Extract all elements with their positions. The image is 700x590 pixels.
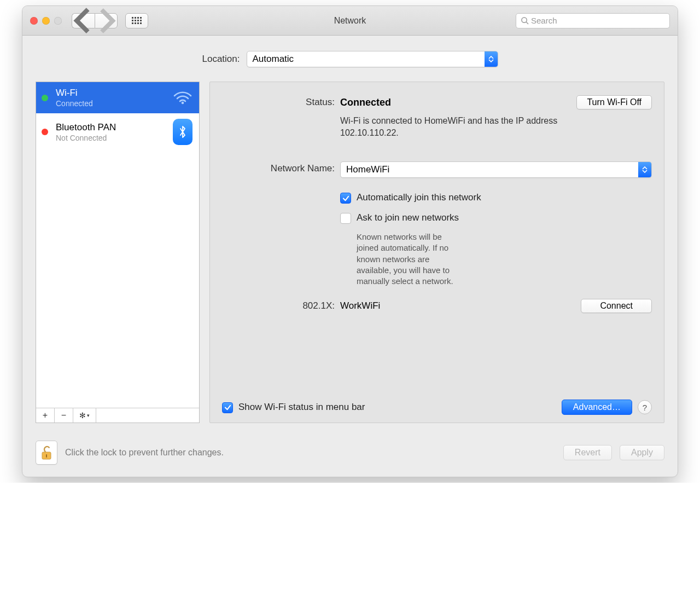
lock-button[interactable]: [36, 441, 57, 465]
chevron-down-icon: ▾: [87, 413, 90, 418]
select-stepper-icon: [638, 162, 651, 177]
sidebar-item-name: Bluetooth PAN: [56, 122, 167, 133]
svg-rect-0: [132, 17, 133, 19]
svg-rect-5: [135, 20, 136, 21]
dot1x-name: WorkWiFi: [340, 300, 380, 311]
network-name-value: HomeWiFi: [346, 164, 389, 175]
svg-line-13: [526, 22, 528, 24]
minimize-button[interactable]: [42, 17, 50, 25]
content: Location: Automatic Wi-Fi Connected: [22, 36, 678, 433]
svg-rect-6: [137, 20, 139, 21]
advanced-button[interactable]: Advanced…: [562, 400, 632, 415]
sidebar-item-bluetooth-pan[interactable]: Bluetooth PAN Not Connected: [36, 113, 199, 151]
detail-footer: Show Wi-Fi status in menu bar Advanced… …: [222, 400, 652, 415]
status-value: Connected: [340, 97, 391, 108]
wifi-toggle-button[interactable]: Turn Wi-Fi Off: [576, 95, 652, 109]
show-menubar-checkbox[interactable]: [222, 402, 233, 413]
svg-rect-8: [132, 22, 133, 24]
help-button[interactable]: ?: [638, 400, 652, 414]
network-name-select[interactable]: HomeWiFi: [340, 161, 652, 178]
auto-join-checkbox[interactable]: [340, 193, 351, 204]
svg-point-14: [182, 101, 184, 104]
status-dot-icon: [42, 129, 48, 135]
apply-button[interactable]: Apply: [620, 445, 664, 460]
ask-join-label: Ask to join new networks: [357, 212, 459, 223]
sidebar-item-name: Wi-Fi: [56, 88, 167, 99]
status-row: Status: Connected Turn Wi-Fi Off Wi-Fi i…: [222, 95, 652, 138]
remove-interface-button[interactable]: −: [55, 408, 73, 423]
svg-rect-11: [140, 22, 142, 24]
show-menubar-row: Show Wi-Fi status in menu bar: [222, 402, 365, 413]
location-value: Automatic: [253, 54, 294, 65]
dot1x-label: 802.1X:: [222, 299, 340, 311]
sidebar-empty: [36, 151, 199, 408]
svg-rect-16: [46, 454, 47, 458]
sidebar-item-sub: Connected: [56, 99, 167, 108]
svg-rect-4: [132, 20, 133, 21]
show-all-button[interactable]: [125, 13, 148, 28]
location-label: Location:: [202, 54, 240, 65]
close-button[interactable]: [30, 17, 38, 25]
network-preferences-window: Network Location: Automatic Wi-Fi: [22, 5, 678, 477]
gear-icon: ✻: [79, 411, 86, 420]
select-stepper-icon: [485, 51, 498, 67]
ask-join-help: Known networks will be joined automatica…: [222, 232, 457, 287]
lock-text: Click the lock to prevent further change…: [65, 448, 224, 458]
back-button[interactable]: [72, 13, 95, 28]
titlebar: Network: [22, 6, 678, 36]
network-name-row: Network Name: HomeWiFi: [222, 161, 652, 178]
interface-actions-button[interactable]: ✻▾: [73, 408, 96, 423]
auto-join-row: Automatically join this network: [222, 192, 652, 204]
sidebar-footer: + − ✻▾: [36, 408, 199, 423]
svg-rect-2: [137, 17, 139, 19]
status-dot-icon: [42, 95, 48, 101]
dot1x-row: 802.1X: WorkWiFi Connect: [222, 299, 652, 313]
sidebar-item-sub: Not Connected: [56, 134, 167, 142]
svg-rect-10: [137, 22, 139, 24]
search-input[interactable]: [531, 16, 665, 25]
revert-button[interactable]: Revert: [563, 445, 612, 460]
main-split: Wi-Fi Connected Bluetooth PAN Not Connec…: [36, 82, 664, 423]
detail-pane: Status: Connected Turn Wi-Fi Off Wi-Fi i…: [209, 82, 664, 423]
search-field[interactable]: [516, 13, 670, 28]
location-select[interactable]: Automatic: [247, 51, 498, 67]
bluetooth-icon: [173, 119, 192, 145]
sidebar-item-wifi[interactable]: Wi-Fi Connected: [36, 82, 199, 113]
lock-open-icon: [40, 444, 53, 461]
ask-join-row: Ask to join new networks: [222, 212, 652, 224]
nav-group: [72, 13, 118, 28]
dot1x-connect-button[interactable]: Connect: [581, 299, 652, 313]
svg-rect-1: [135, 17, 136, 19]
status-description: Wi-Fi is connected to HomeWiFi and has t…: [340, 115, 592, 138]
svg-point-12: [522, 18, 527, 22]
add-interface-button[interactable]: +: [36, 408, 55, 423]
status-label: Status:: [222, 95, 340, 108]
location-row: Location: Automatic: [36, 51, 664, 67]
window-footer: Click the lock to prevent further change…: [22, 433, 678, 477]
svg-rect-9: [135, 22, 136, 24]
wifi-icon: [173, 89, 192, 107]
forward-button[interactable]: [95, 13, 118, 28]
auto-join-label: Automatically join this network: [357, 192, 481, 203]
maximize-button[interactable]: [54, 17, 62, 25]
ask-join-checkbox[interactable]: [340, 213, 351, 224]
search-icon: [521, 16, 529, 25]
svg-rect-7: [140, 20, 142, 21]
traffic-lights: [30, 17, 62, 25]
interface-sidebar: Wi-Fi Connected Bluetooth PAN Not Connec…: [36, 82, 200, 423]
svg-rect-3: [140, 17, 142, 19]
network-name-label: Network Name:: [222, 161, 340, 174]
show-menubar-label: Show Wi-Fi status in menu bar: [238, 402, 365, 413]
